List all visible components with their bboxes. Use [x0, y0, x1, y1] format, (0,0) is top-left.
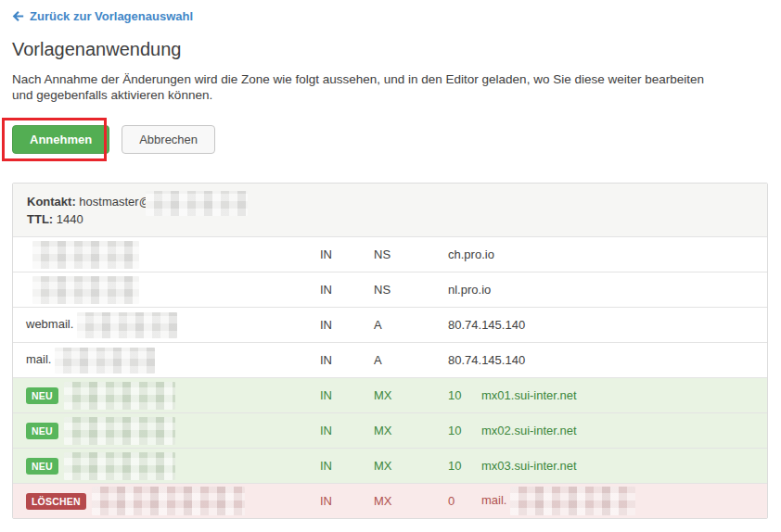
arrow-left-icon [12, 10, 24, 22]
delete-badge: LÖSCHEN [26, 493, 86, 510]
record-row: mail. IN A 80.74.145.140 [13, 342, 767, 377]
record-name-cell: NEU [13, 377, 307, 412]
ttl-value: 1440 [57, 212, 83, 226]
redacted-record-name [32, 241, 139, 269]
record-name-cell: NEU [13, 448, 307, 483]
record-row-new: NEU IN MX 10 mx03.sui-inter.net [13, 448, 767, 483]
record-priority-cell: 10 [435, 412, 468, 448]
record-name-cell: webmail. [13, 307, 307, 342]
record-class-cell: IN [307, 272, 361, 307]
record-type-cell: NS [361, 236, 435, 272]
back-link-label: Zurück zur Vorlagenauswahl [30, 9, 193, 23]
record-type-cell: MX [361, 412, 435, 448]
redacted-record-name [92, 487, 245, 515]
record-class-cell: IN [307, 342, 361, 377]
template-application-page: Zurück zur Vorlagenauswahl Vorlagenanwen… [0, 0, 781, 519]
action-bar: Annehmen Abbrechen [12, 125, 769, 160]
record-type-cell: MX [361, 483, 435, 518]
record-value-cell: nl.pro.io [435, 272, 767, 307]
contact-label: Kontakt: [27, 195, 76, 209]
record-value-cell: mx01.sui-inter.net [468, 377, 767, 412]
record-row: webmail. IN A 80.74.145.140 [13, 307, 767, 342]
record-name-cell: NEU [13, 412, 307, 448]
record-row-delete: LÖSCHEN IN MX 0 mail. [13, 483, 767, 518]
record-value-cell: mail. [468, 483, 767, 518]
new-badge: NEU [26, 458, 58, 475]
record-value-cell: 80.74.145.140 [435, 342, 767, 377]
redacted-record-name [64, 417, 175, 445]
redacted-record-name [64, 452, 175, 480]
new-badge: NEU [26, 423, 58, 439]
record-class-cell: IN [307, 448, 361, 483]
record-row: IN NS ch.pro.io [13, 236, 767, 272]
record-value-cell: mx03.sui-inter.net [468, 448, 767, 483]
new-badge: NEU [26, 387, 58, 404]
redacted-record-name [32, 276, 139, 304]
record-name-prefix: mail. [26, 352, 51, 366]
contact-value: hostmaster@ [79, 195, 151, 209]
cancel-button[interactable]: Abbrechen [122, 125, 215, 154]
record-class-cell: IN [307, 412, 361, 448]
zone-preview-table: Kontakt: hostmaster@ TTL: 1440 IN NS ch.… [12, 183, 768, 519]
record-row: IN NS nl.pro.io [13, 272, 767, 307]
record-name-cell [13, 272, 307, 307]
zone-meta-row: Kontakt: hostmaster@ TTL: 1440 [13, 184, 767, 236]
redacted-record-name [64, 382, 175, 410]
record-value-cell: mx02.sui-inter.net [468, 412, 767, 448]
record-name-cell: LÖSCHEN [13, 483, 307, 518]
redacted-record-name [77, 312, 177, 338]
record-value-cell: 80.74.145.140 [435, 307, 767, 342]
record-priority-cell: 10 [435, 377, 468, 412]
record-type-cell: A [361, 307, 435, 342]
record-class-cell: IN [307, 483, 361, 518]
redacted-record-name [55, 348, 155, 374]
redacted-record-value [510, 487, 635, 515]
record-class-cell: IN [307, 377, 361, 412]
zone-meta-cell: Kontakt: hostmaster@ TTL: 1440 [13, 184, 767, 236]
record-value-cell: ch.pro.io [435, 236, 767, 272]
page-title: Vorlagenanwendung [12, 39, 769, 60]
record-row-new: NEU IN MX 10 mx01.sui-inter.net [13, 377, 767, 412]
record-type-cell: NS [361, 272, 435, 307]
record-value-prefix: mail. [481, 493, 506, 507]
record-type-cell: A [361, 342, 435, 377]
record-name-cell: mail. [13, 342, 307, 377]
ttl-label: TTL: [27, 212, 53, 226]
record-class-cell: IN [307, 307, 361, 342]
record-type-cell: MX [361, 448, 435, 483]
back-to-template-selection-link[interactable]: Zurück zur Vorlagenauswahl [12, 9, 193, 23]
record-name-cell [13, 236, 307, 272]
record-row-new: NEU IN MX 10 mx02.sui-inter.net [13, 412, 767, 448]
record-priority-cell: 10 [435, 448, 468, 483]
record-type-cell: MX [361, 377, 435, 412]
page-description: Nach Annahme der Änderungen wird die Zon… [12, 71, 728, 103]
record-class-cell: IN [307, 236, 361, 272]
redacted-contact-domain [146, 191, 248, 216]
record-priority-cell: 0 [435, 483, 468, 518]
accept-button[interactable]: Annehmen [12, 125, 109, 154]
record-name-prefix: webmail. [26, 317, 73, 331]
